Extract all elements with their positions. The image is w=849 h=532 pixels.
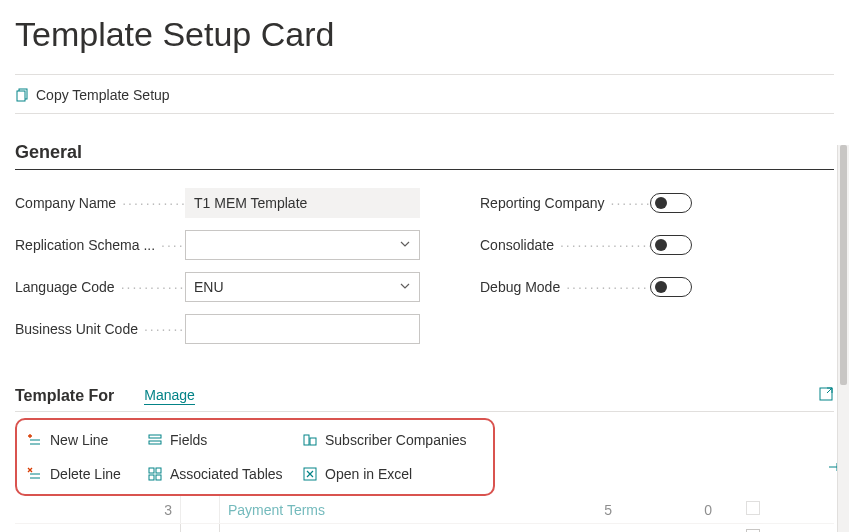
new-line-icon [27, 432, 43, 448]
copy-template-setup-button[interactable]: Copy Template Setup [15, 87, 170, 103]
action-bar: Copy Template Setup [15, 83, 834, 113]
expand-icon[interactable] [818, 386, 834, 405]
manage-button[interactable]: Manage [144, 387, 195, 405]
svg-rect-4 [149, 441, 161, 444]
section-general-heading: General [15, 122, 834, 170]
delete-line-button[interactable]: Delete Line [27, 466, 147, 482]
svg-rect-6 [310, 438, 316, 445]
row-number: 3 [55, 502, 180, 518]
menu-label: Fields [170, 432, 207, 448]
chevron-down-icon [399, 280, 411, 295]
chevron-down-icon [399, 238, 411, 253]
menu-label: New Line [50, 432, 108, 448]
svg-rect-3 [149, 435, 161, 438]
debug-mode-toggle[interactable] [650, 277, 692, 297]
subscriber-companies-button[interactable]: Subscriber Companies [302, 432, 482, 448]
fields-button[interactable]: Fields [147, 432, 302, 448]
replication-schema-dropdown[interactable] [185, 230, 420, 260]
copy-template-label: Copy Template Setup [36, 87, 170, 103]
menu-label: Delete Line [50, 466, 121, 482]
tables-icon [147, 466, 163, 482]
language-code-label: Language Code [15, 279, 185, 295]
company-name-label: Company Name [15, 195, 185, 211]
svg-rect-5 [304, 435, 309, 445]
scrollbar[interactable] [837, 145, 849, 532]
table-row[interactable]: 4 Currency 5 0 [15, 524, 834, 532]
table-row[interactable]: 3 Payment Terms 5 0 [15, 496, 834, 524]
consolidate-toggle[interactable] [650, 235, 692, 255]
row-val1: 5 [500, 502, 620, 518]
template-for-header: Template For Manage [15, 356, 834, 412]
language-code-dropdown[interactable]: ENU [185, 272, 420, 302]
new-line-button[interactable]: New Line [27, 432, 147, 448]
page-title: Template Setup Card [15, 15, 834, 54]
company-name-field[interactable]: T1 MEM Template [185, 188, 420, 218]
replication-schema-label: Replication Schema ... [15, 237, 185, 253]
context-menu: New Line Fields Subscriber Companies Del… [15, 418, 495, 496]
row-checkbox[interactable] [746, 501, 760, 515]
svg-rect-10 [156, 475, 161, 480]
scrollbar-thumb[interactable] [840, 145, 847, 385]
excel-icon [302, 466, 318, 482]
divider [15, 74, 834, 75]
menu-label: Associated Tables [170, 466, 283, 482]
language-code-value: ENU [194, 279, 224, 295]
svg-rect-1 [17, 91, 25, 101]
associated-tables-button[interactable]: Associated Tables [147, 466, 302, 482]
reporting-company-toggle[interactable] [650, 193, 692, 213]
debug-mode-label: Debug Mode [480, 279, 650, 295]
copy-icon [15, 87, 31, 103]
company-name-value: T1 MEM Template [194, 195, 307, 211]
divider [15, 113, 834, 114]
business-unit-label: Business Unit Code [15, 321, 185, 337]
svg-rect-8 [156, 468, 161, 473]
template-for-title: Template For [15, 387, 114, 405]
fields-icon [147, 432, 163, 448]
menu-label: Open in Excel [325, 466, 412, 482]
svg-rect-9 [149, 475, 154, 480]
business-unit-field[interactable] [185, 314, 420, 344]
reporting-company-label: Reporting Company [480, 195, 650, 211]
menu-panel: New Line Fields Subscriber Companies Del… [15, 418, 834, 532]
delete-line-icon [27, 466, 43, 482]
open-in-excel-button[interactable]: Open in Excel [302, 466, 482, 482]
general-section: Company Name T1 MEM Template Replication… [15, 188, 834, 356]
consolidate-label: Consolidate [480, 237, 650, 253]
subscriber-icon [302, 432, 318, 448]
row-val2: 0 [620, 502, 720, 518]
svg-rect-7 [149, 468, 154, 473]
menu-label: Subscriber Companies [325, 432, 467, 448]
row-link[interactable]: Payment Terms [228, 502, 325, 518]
